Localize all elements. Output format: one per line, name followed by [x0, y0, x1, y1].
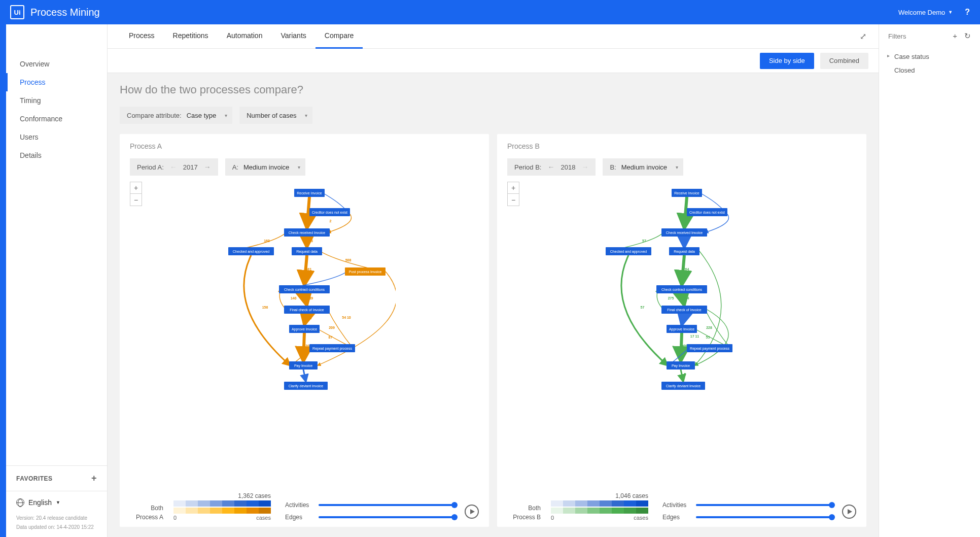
logo: Ui [10, 5, 24, 19]
edges-slider-b[interactable] [696, 516, 832, 518]
globe-icon [16, 498, 24, 507]
legend-self-a: Process A [130, 514, 163, 521]
tab-variants[interactable]: Variants [271, 24, 315, 49]
svg-text:Check received Invoice: Check received Invoice [289, 231, 325, 234]
svg-text:Receive Invoice: Receive Invoice [297, 191, 322, 195]
svg-text:Final check of Invoice: Final check of Invoice [667, 308, 701, 312]
period-b-label: Period B: [514, 163, 541, 171]
svg-text:17  11: 17 11 [690, 334, 699, 338]
tab-process[interactable]: Process [120, 24, 164, 49]
svg-text:Final check of Invoice: Final check of Invoice [290, 308, 324, 312]
zoom-out-button[interactable]: − [507, 194, 519, 206]
svg-text:140: 140 [291, 296, 297, 300]
combined-button[interactable]: Combined [820, 53, 868, 69]
svg-text:160: 160 [264, 239, 270, 243]
zoom-in-button[interactable]: + [507, 182, 519, 194]
sidebar-item-details[interactable]: Details [6, 146, 107, 164]
edges-slider-a[interactable] [319, 516, 454, 518]
svg-text:764: 764 [683, 267, 689, 271]
metric-dropdown[interactable]: Number of cases [239, 107, 312, 124]
favorites-label: FAVORITES [16, 475, 53, 482]
user-menu[interactable]: Welcome Demo ▼ [898, 9, 953, 16]
svg-text:3: 3 [305, 354, 307, 357]
svg-text:Pay Invoice: Pay Invoice [672, 364, 690, 368]
process-a-graph[interactable]: 1,35629831609815081,5399831402091,203873… [130, 182, 479, 488]
svg-text:Repeat payment process: Repeat payment process [690, 347, 729, 351]
tab-repetitions[interactable]: Repetitions [164, 24, 218, 49]
sidebar-item-users[interactable]: Users [6, 128, 107, 146]
svg-text:Approve Invoice: Approve Invoice [292, 327, 317, 331]
period-a-selector[interactable]: Period A: ← 2017 → [130, 158, 218, 176]
svg-text:54  10: 54 10 [342, 316, 351, 319]
app-title: Process Mining [30, 7, 100, 18]
language-selector[interactable]: English ▼ [6, 491, 107, 514]
svg-text:Check received Invoice: Check received Invoice [666, 231, 703, 234]
view-bar: Side by side Combined [108, 49, 879, 73]
process-b-graph[interactable]: 1,041577647642752289095557339517 11Recei… [507, 182, 856, 488]
colorbar-a-both [173, 500, 271, 507]
help-icon[interactable]: ? [965, 8, 970, 17]
play-button-a[interactable] [465, 505, 479, 519]
top-bar: Ui Process Mining Welcome Demo ▼ ? [0, 0, 980, 24]
data-updated-label: Data updated on: 14-4-2020 15:22 [16, 523, 97, 532]
add-favorite-icon[interactable]: + [91, 473, 97, 484]
arrow-right-icon[interactable]: → [204, 163, 211, 171]
activities-slider-b[interactable] [696, 504, 832, 506]
sidebar-item-timing[interactable]: Timing [6, 91, 107, 110]
period-b-selector[interactable]: Period B: ← 2018 → [507, 158, 596, 176]
attr-b-dropdown[interactable]: B: Medium invoice [603, 158, 683, 176]
welcome-label: Welcome Demo [898, 9, 945, 16]
filter-item[interactable]: Closed [888, 63, 971, 77]
svg-text:Check contract conditions: Check contract conditions [284, 288, 325, 291]
page-title: How do the two processes compare? [120, 83, 866, 96]
attr-a-dropdown[interactable]: A: Medium invoice [225, 158, 306, 176]
compare-attr-value: Case type [187, 112, 217, 119]
svg-text:Receive Invoice: Receive Invoice [674, 191, 699, 195]
compare-attribute-dropdown[interactable]: Compare attribute: Case type [120, 107, 232, 124]
svg-text:Checked and approved: Checked and approved [233, 250, 269, 254]
svg-text:Checked and approved: Checked and approved [610, 250, 647, 254]
period-a-value: 2017 [183, 163, 198, 171]
side-by-side-button[interactable]: Side by side [760, 53, 814, 69]
svg-text:228: 228 [706, 326, 712, 329]
colorbar-a-self [173, 508, 271, 514]
svg-text:983: 983 [306, 316, 312, 320]
svg-text:57: 57 [641, 306, 645, 309]
activities-label: Activities [285, 501, 313, 509]
zoom-out-button[interactable]: − [130, 194, 142, 206]
svg-text:Pay Invoice: Pay Invoice [294, 364, 312, 368]
zoom-in-button[interactable]: + [130, 182, 142, 194]
tab-compare[interactable]: Compare [316, 24, 363, 49]
svg-text:55: 55 [706, 335, 710, 339]
filter-item[interactable]: Case status [888, 50, 971, 63]
svg-text:981: 981 [306, 267, 312, 271]
activities-slider-a[interactable] [319, 504, 454, 506]
sidebar-item-conformance[interactable]: Conformance [6, 110, 107, 128]
edges-label: Edges [285, 514, 313, 521]
scale-max: cases [634, 515, 648, 521]
svg-text:57: 57 [642, 239, 646, 243]
process-b-panel: Process B Period B: ← 2018 → B: Medium i… [497, 134, 866, 527]
scale-max: cases [256, 515, 271, 521]
sidebar-item-process[interactable]: Process [6, 73, 107, 91]
legend-both-a: Both [130, 505, 163, 512]
svg-text:2: 2 [330, 219, 332, 223]
add-filter-icon[interactable]: + [953, 31, 957, 41]
svg-text:Check contract conditions: Check contract conditions [661, 288, 703, 291]
expand-icon[interactable]: ⤢ [860, 31, 866, 41]
svg-text:909: 909 [681, 344, 687, 348]
arrow-left-icon[interactable]: ← [547, 163, 554, 171]
refresh-icon[interactable]: ↻ [964, 31, 971, 41]
play-button-b[interactable] [842, 505, 856, 519]
legend-both-b: Both [507, 505, 541, 512]
favorites-header: FAVORITES + [6, 465, 107, 491]
sidebar-item-overview[interactable]: Overview [6, 55, 107, 73]
svg-text:983: 983 [307, 239, 313, 243]
svg-text:Clarify deviant Invoice: Clarify deviant Invoice [289, 384, 324, 388]
filters-title: Filters [888, 32, 906, 40]
language-label: English [28, 498, 52, 507]
left-rail [0, 24, 6, 537]
colorbar-b-self [551, 508, 648, 514]
legend-self-b: Process B [507, 514, 541, 521]
tab-automation[interactable]: Automation [218, 24, 272, 49]
